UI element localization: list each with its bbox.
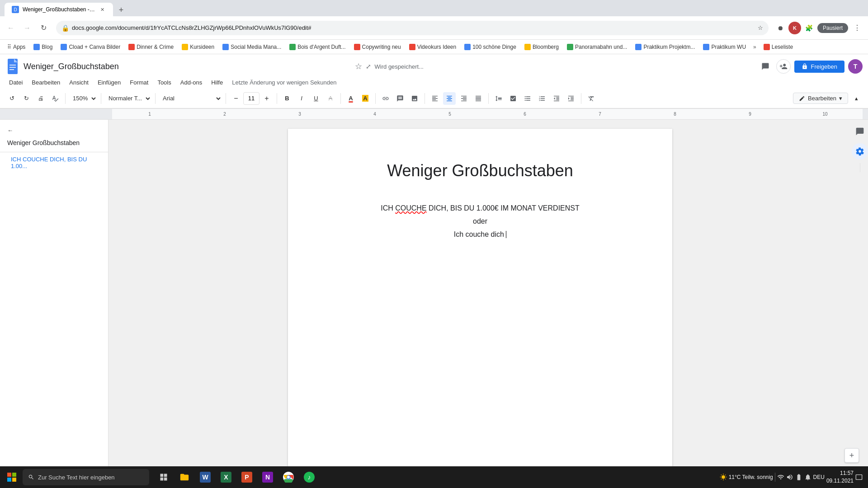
font-size-input[interactable]: [243, 92, 259, 105]
menu-datei[interactable]: Datei: [5, 78, 26, 87]
align-right-button[interactable]: [458, 92, 470, 105]
bookmark-cload[interactable]: Cload + Canva Bilder: [57, 43, 124, 51]
paragraph-style-select[interactable]: Normaler T... Überschrift 1 Überschrift …: [105, 92, 151, 105]
font-select[interactable]: Arial Times New Roman Verdana: [159, 92, 222, 105]
right-panel-chat-button[interactable]: [852, 123, 868, 140]
spellcheck-button[interactable]: [49, 92, 61, 105]
taskbar-search-box[interactable]: Zur Suche Text hier eingeben: [23, 469, 149, 485]
star-button[interactable]: ☆: [355, 61, 362, 71]
bookmark-praktikum1[interactable]: Praktikum Projektm...: [632, 43, 698, 51]
collapse-toolbar-button[interactable]: ▴: [850, 92, 863, 105]
insert-link-button[interactable]: [379, 92, 392, 105]
user-avatar[interactable]: T: [848, 59, 863, 74]
highlight-color-button[interactable]: A: [359, 92, 372, 105]
redo-button[interactable]: ↻: [20, 92, 33, 105]
document-title[interactable]: Weniger_Großbuchstaben: [24, 62, 351, 71]
back-button[interactable]: ←: [4, 21, 18, 35]
line-spacing-button[interactable]: [492, 92, 505, 105]
menu-bearbeiten[interactable]: Bearbeiten: [28, 78, 64, 87]
bookmarks-more-button[interactable]: »: [750, 43, 759, 51]
zoom-select[interactable]: 150% 100% 75%: [69, 92, 97, 105]
menu-einfuegen[interactable]: Einfügen: [94, 78, 124, 87]
menu-addons[interactable]: Add-ons: [177, 78, 206, 87]
move-to-button[interactable]: ⤢: [366, 63, 371, 70]
share-button[interactable]: Freigeben: [794, 61, 844, 73]
print-button[interactable]: 🖨: [34, 92, 47, 105]
document-body[interactable]: ICH COUCHE DICH, BIS DU 1.000€ IM MONAT …: [331, 202, 629, 241]
add-collaborator-button[interactable]: [776, 59, 791, 74]
text-color-button[interactable]: A: [344, 92, 357, 105]
comments-button[interactable]: [758, 59, 773, 74]
align-left-button[interactable]: [429, 92, 441, 105]
taskbar-onenote[interactable]: N: [258, 467, 278, 487]
undo-button[interactable]: ↺: [5, 92, 18, 105]
bearbeiten-button[interactable]: Bearbeiten ▾: [793, 93, 848, 104]
bookmark-dinner[interactable]: Dinner & Crime: [125, 43, 177, 51]
font-size-decrease-button[interactable]: −: [230, 92, 242, 105]
checklist-button[interactable]: [507, 92, 519, 105]
taskbar-powerpoint[interactable]: P: [237, 467, 257, 487]
bookmark-copywriting[interactable]: Copywriting neu: [350, 43, 405, 51]
bullet-list-button[interactable]: [521, 92, 534, 105]
document-page[interactable]: Weniger Großbuchstaben ICH COUCHE DICH, …: [288, 129, 672, 488]
bookmark-bois[interactable]: Bois d'Argent Duft...: [286, 43, 349, 51]
system-clock[interactable]: 11:57 09.11.2021: [826, 469, 854, 485]
numbered-list-button[interactable]: [536, 92, 548, 105]
taskbar-file-explorer[interactable]: [175, 467, 194, 487]
tab-close-btn[interactable]: ✕: [99, 6, 106, 13]
extensions-button[interactable]: ⏺: [774, 22, 787, 34]
bookmark-blog[interactable]: Blog: [30, 43, 56, 51]
italic-button[interactable]: I: [295, 92, 308, 105]
refresh-button[interactable]: ↻: [36, 21, 51, 35]
taskbar-task-view[interactable]: [154, 467, 174, 487]
bookmark-bloomberg[interactable]: Bloomberg: [521, 43, 562, 51]
taskbar-chrome[interactable]: [278, 467, 298, 487]
menu-hilfe[interactable]: Hilfe: [208, 78, 226, 87]
bookmark-panorama[interactable]: Panoramabahn und...: [563, 43, 631, 51]
taskbar-word[interactable]: W: [195, 467, 215, 487]
show-desktop-icon[interactable]: [855, 474, 863, 481]
menu-ansicht[interactable]: Ansicht: [66, 78, 92, 87]
chrome-menu-button[interactable]: ⋮: [850, 21, 864, 35]
doc-line-3[interactable]: Ich couche dich: [331, 228, 629, 241]
add-page-button[interactable]: +: [844, 448, 859, 463]
align-center-button[interactable]: [443, 92, 456, 105]
sidebar-heading-item[interactable]: ICH COUCHE DICH, BIS DU 1.00...: [0, 154, 108, 171]
menu-format[interactable]: Format: [126, 78, 152, 87]
forward-button[interactable]: →: [20, 21, 34, 35]
bookmark-100[interactable]: 100 schöne Dinge: [461, 43, 520, 51]
taskbar-spotify[interactable]: ♪: [299, 467, 319, 487]
right-side-panel: [852, 120, 868, 488]
bold-button[interactable]: B: [281, 92, 293, 105]
bookmark-social[interactable]: Social Media Mana...: [219, 43, 285, 51]
menu-tools[interactable]: Tools: [154, 78, 175, 87]
strikethrough-button[interactable]: A: [324, 92, 337, 105]
bookmark-favicon: [33, 44, 40, 50]
bookmark-apps[interactable]: ⠿ Apps: [4, 43, 29, 51]
start-menu-button[interactable]: [2, 467, 22, 487]
increase-indent-button[interactable]: [565, 92, 577, 105]
bookmark-star-icon[interactable]: ☆: [758, 24, 763, 31]
bookmark-kursideen[interactable]: Kursideen: [178, 43, 218, 51]
bookmark-praktikum2[interactable]: Praktikum WU: [699, 43, 750, 51]
right-panel-settings-button[interactable]: [852, 143, 868, 160]
insert-comment-button[interactable]: [394, 92, 406, 105]
decrease-indent-button[interactable]: [550, 92, 563, 105]
address-bar[interactable]: 🔒 docs.google.com/document/d/1frYcATCLcN…: [56, 21, 769, 35]
underline-button[interactable]: U: [310, 92, 322, 105]
outline-back-button[interactable]: ←: [0, 125, 108, 136]
font-size-increase-button[interactable]: +: [260, 92, 273, 105]
active-tab[interactable]: D Weniger_Großbuchstaben - Goo... ✕: [5, 3, 113, 16]
tab-favicon: D: [12, 6, 19, 13]
puzzle-button[interactable]: 🧩: [803, 22, 816, 34]
document-area[interactable]: Weniger Großbuchstaben ICH COUCHE DICH, …: [108, 120, 852, 488]
new-tab-button[interactable]: +: [115, 4, 127, 16]
insert-image-button[interactable]: [408, 92, 421, 105]
pause-button[interactable]: Pausiert: [817, 23, 848, 33]
taskbar-excel[interactable]: X: [216, 467, 236, 487]
bookmark-leseliste[interactable]: Leseliste: [760, 43, 797, 51]
bookmark-videokurs[interactable]: Videokurs Ideen: [406, 43, 460, 51]
clear-formatting-button[interactable]: [585, 92, 598, 105]
align-justify-button[interactable]: [472, 92, 485, 105]
taskbar-weather[interactable]: 11°C Teilw. sonnig: [720, 474, 773, 481]
